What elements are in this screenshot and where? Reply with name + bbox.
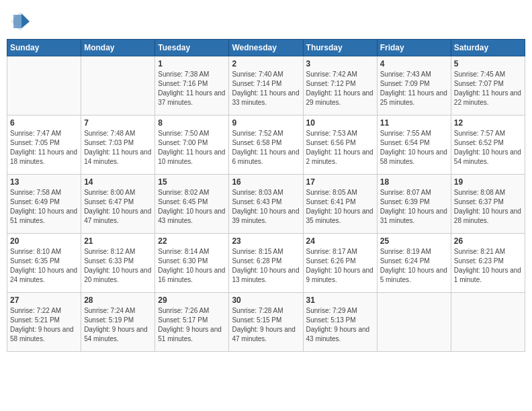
day-number: 14 bbox=[84, 177, 152, 187]
calendar-cell: 7Sunrise: 7:48 AM Sunset: 7:03 PM Daylig… bbox=[81, 116, 155, 175]
calendar-cell: 31Sunrise: 7:29 AM Sunset: 5:13 PM Dayli… bbox=[303, 293, 377, 352]
calendar-cell: 13Sunrise: 7:58 AM Sunset: 6:49 PM Dayli… bbox=[7, 175, 81, 234]
calendar-cell: 19Sunrise: 8:08 AM Sunset: 6:37 PM Dayli… bbox=[451, 175, 525, 234]
calendar-cell: 24Sunrise: 8:17 AM Sunset: 6:26 PM Dayli… bbox=[303, 234, 377, 293]
day-info: Sunrise: 8:12 AM Sunset: 6:33 PM Dayligh… bbox=[84, 247, 152, 285]
day-number: 23 bbox=[232, 236, 300, 246]
weekday-header-sunday: Sunday bbox=[7, 40, 81, 56]
day-info: Sunrise: 7:29 AM Sunset: 5:13 PM Dayligh… bbox=[306, 306, 374, 344]
calendar-cell: 23Sunrise: 8:15 AM Sunset: 6:28 PM Dayli… bbox=[229, 234, 303, 293]
day-info: Sunrise: 7:42 AM Sunset: 7:12 PM Dayligh… bbox=[306, 70, 374, 107]
day-info: Sunrise: 7:43 AM Sunset: 7:09 PM Dayligh… bbox=[380, 70, 448, 107]
day-info: Sunrise: 8:21 AM Sunset: 6:23 PM Dayligh… bbox=[454, 247, 522, 285]
calendar-cell bbox=[81, 56, 155, 116]
calendar-cell bbox=[451, 293, 525, 352]
calendar-cell: 27Sunrise: 7:22 AM Sunset: 5:21 PM Dayli… bbox=[7, 293, 81, 352]
day-info: Sunrise: 8:19 AM Sunset: 6:24 PM Dayligh… bbox=[380, 247, 448, 285]
day-number: 29 bbox=[158, 295, 226, 305]
calendar-cell: 5Sunrise: 7:45 AM Sunset: 7:07 PM Daylig… bbox=[451, 56, 525, 116]
logo bbox=[7, 9, 34, 34]
calendar-cell: 11Sunrise: 7:55 AM Sunset: 6:54 PM Dayli… bbox=[377, 116, 451, 175]
day-number: 16 bbox=[232, 177, 300, 187]
calendar-cell: 21Sunrise: 8:12 AM Sunset: 6:33 PM Dayli… bbox=[81, 234, 155, 293]
calendar-cell: 4Sunrise: 7:43 AM Sunset: 7:09 PM Daylig… bbox=[377, 56, 451, 116]
day-info: Sunrise: 8:10 AM Sunset: 6:35 PM Dayligh… bbox=[10, 247, 78, 285]
calendar-cell: 25Sunrise: 8:19 AM Sunset: 6:24 PM Dayli… bbox=[377, 234, 451, 293]
calendar-cell: 15Sunrise: 8:02 AM Sunset: 6:45 PM Dayli… bbox=[155, 175, 229, 234]
calendar-cell: 8Sunrise: 7:50 AM Sunset: 7:00 PM Daylig… bbox=[155, 116, 229, 175]
day-number: 18 bbox=[380, 177, 448, 187]
day-info: Sunrise: 7:22 AM Sunset: 5:21 PM Dayligh… bbox=[10, 306, 78, 344]
day-info: Sunrise: 7:24 AM Sunset: 5:19 PM Dayligh… bbox=[84, 306, 152, 344]
day-number: 7 bbox=[84, 118, 152, 128]
day-number: 20 bbox=[10, 236, 78, 246]
day-number: 26 bbox=[454, 236, 522, 246]
day-number: 15 bbox=[158, 177, 226, 187]
weekday-header-thursday: Thursday bbox=[303, 40, 377, 56]
day-number: 24 bbox=[306, 236, 374, 246]
day-info: Sunrise: 7:26 AM Sunset: 5:17 PM Dayligh… bbox=[158, 306, 226, 344]
day-number: 12 bbox=[454, 118, 522, 128]
day-number: 13 bbox=[10, 177, 78, 187]
calendar-cell: 12Sunrise: 7:57 AM Sunset: 6:52 PM Dayli… bbox=[451, 116, 525, 175]
calendar-cell: 6Sunrise: 7:47 AM Sunset: 7:05 PM Daylig… bbox=[7, 116, 81, 175]
calendar-week-row: 1Sunrise: 7:38 AM Sunset: 7:16 PM Daylig… bbox=[7, 56, 525, 116]
day-number: 8 bbox=[158, 118, 226, 128]
day-info: Sunrise: 8:03 AM Sunset: 6:43 PM Dayligh… bbox=[232, 188, 300, 226]
page-header bbox=[7, 7, 525, 34]
day-number: 22 bbox=[158, 236, 226, 246]
calendar-week-row: 13Sunrise: 7:58 AM Sunset: 6:49 PM Dayli… bbox=[7, 175, 525, 234]
day-number: 19 bbox=[454, 177, 522, 187]
calendar-header-row: SundayMondayTuesdayWednesdayThursdayFrid… bbox=[7, 40, 525, 56]
calendar-cell: 2Sunrise: 7:40 AM Sunset: 7:14 PM Daylig… bbox=[229, 56, 303, 116]
day-number: 3 bbox=[306, 59, 374, 68]
calendar-cell: 30Sunrise: 7:28 AM Sunset: 5:15 PM Dayli… bbox=[229, 293, 303, 352]
day-info: Sunrise: 7:38 AM Sunset: 7:16 PM Dayligh… bbox=[158, 70, 226, 107]
day-info: Sunrise: 8:15 AM Sunset: 6:28 PM Dayligh… bbox=[232, 247, 300, 285]
day-number: 4 bbox=[380, 59, 448, 68]
calendar-cell: 18Sunrise: 8:07 AM Sunset: 6:39 PM Dayli… bbox=[377, 175, 451, 234]
calendar-cell: 28Sunrise: 7:24 AM Sunset: 5:19 PM Dayli… bbox=[81, 293, 155, 352]
day-number: 10 bbox=[306, 118, 374, 128]
calendar-cell: 20Sunrise: 8:10 AM Sunset: 6:35 PM Dayli… bbox=[7, 234, 81, 293]
day-info: Sunrise: 8:07 AM Sunset: 6:39 PM Dayligh… bbox=[380, 188, 448, 226]
day-number: 25 bbox=[380, 236, 448, 246]
day-info: Sunrise: 8:05 AM Sunset: 6:41 PM Dayligh… bbox=[306, 188, 374, 226]
weekday-header-monday: Monday bbox=[81, 40, 155, 56]
day-info: Sunrise: 7:40 AM Sunset: 7:14 PM Dayligh… bbox=[232, 70, 300, 107]
day-number: 11 bbox=[380, 118, 448, 128]
day-info: Sunrise: 7:53 AM Sunset: 6:56 PM Dayligh… bbox=[306, 129, 374, 167]
weekday-header-saturday: Saturday bbox=[451, 40, 525, 56]
day-number: 6 bbox=[10, 118, 78, 128]
calendar-week-row: 6Sunrise: 7:47 AM Sunset: 7:05 PM Daylig… bbox=[7, 116, 525, 175]
calendar-cell: 26Sunrise: 8:21 AM Sunset: 6:23 PM Dayli… bbox=[451, 234, 525, 293]
day-info: Sunrise: 8:17 AM Sunset: 6:26 PM Dayligh… bbox=[306, 247, 374, 285]
day-number: 21 bbox=[84, 236, 152, 246]
calendar-cell: 17Sunrise: 8:05 AM Sunset: 6:41 PM Dayli… bbox=[303, 175, 377, 234]
calendar-week-row: 20Sunrise: 8:10 AM Sunset: 6:35 PM Dayli… bbox=[7, 234, 525, 293]
weekday-header-tuesday: Tuesday bbox=[155, 40, 229, 56]
calendar-cell: 9Sunrise: 7:52 AM Sunset: 6:58 PM Daylig… bbox=[229, 116, 303, 175]
day-number: 30 bbox=[232, 295, 300, 305]
calendar-week-row: 27Sunrise: 7:22 AM Sunset: 5:21 PM Dayli… bbox=[7, 293, 525, 352]
day-number: 17 bbox=[306, 177, 374, 187]
calendar-cell: 1Sunrise: 7:38 AM Sunset: 7:16 PM Daylig… bbox=[155, 56, 229, 116]
day-number: 31 bbox=[306, 295, 374, 305]
day-info: Sunrise: 8:08 AM Sunset: 6:37 PM Dayligh… bbox=[454, 188, 522, 226]
day-info: Sunrise: 8:02 AM Sunset: 6:45 PM Dayligh… bbox=[158, 188, 226, 226]
calendar-cell bbox=[377, 293, 451, 352]
calendar-table: SundayMondayTuesdayWednesdayThursdayFrid… bbox=[7, 39, 525, 352]
weekday-header-friday: Friday bbox=[377, 40, 451, 56]
day-info: Sunrise: 7:57 AM Sunset: 6:52 PM Dayligh… bbox=[454, 129, 522, 167]
day-number: 5 bbox=[454, 59, 522, 68]
day-number: 1 bbox=[158, 59, 226, 68]
calendar-cell: 10Sunrise: 7:53 AM Sunset: 6:56 PM Dayli… bbox=[303, 116, 377, 175]
day-number: 9 bbox=[232, 118, 300, 128]
calendar-cell: 22Sunrise: 8:14 AM Sunset: 6:30 PM Dayli… bbox=[155, 234, 229, 293]
day-info: Sunrise: 8:14 AM Sunset: 6:30 PM Dayligh… bbox=[158, 247, 226, 285]
day-number: 27 bbox=[10, 295, 78, 305]
calendar-cell: 29Sunrise: 7:26 AM Sunset: 5:17 PM Dayli… bbox=[155, 293, 229, 352]
day-number: 2 bbox=[232, 59, 300, 68]
day-info: Sunrise: 7:55 AM Sunset: 6:54 PM Dayligh… bbox=[380, 129, 448, 167]
weekday-header-wednesday: Wednesday bbox=[229, 40, 303, 56]
